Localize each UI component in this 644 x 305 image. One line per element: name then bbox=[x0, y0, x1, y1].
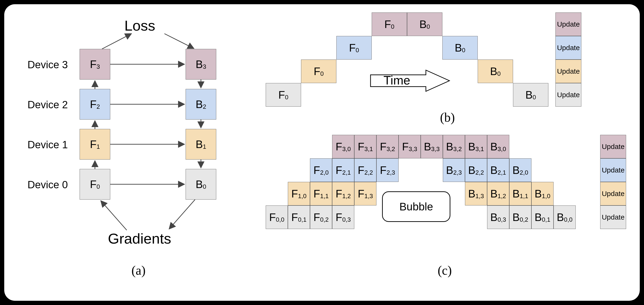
c-F0-3: F0,3 bbox=[332, 205, 354, 229]
b-upd0: Update bbox=[556, 83, 581, 107]
caption-a: (a) bbox=[132, 263, 146, 278]
label-loss: Loss bbox=[124, 17, 155, 34]
c-F3-0: F3,0 bbox=[332, 135, 354, 158]
c-F1-3: F1,3 bbox=[354, 182, 376, 205]
caption-c: (c) bbox=[438, 263, 452, 278]
label-gradients: Gradients bbox=[108, 230, 171, 247]
c-B0-2: B0,2 bbox=[509, 205, 532, 229]
panel-a: Loss Gradients (a) Device 3 Device 2 Dev… bbox=[14, 14, 261, 291]
c-F2-0: F2,0 bbox=[310, 158, 332, 182]
c-F0-1: F0,1 bbox=[288, 205, 310, 229]
box-B0: B0 bbox=[186, 169, 216, 200]
box-F2: F2 bbox=[80, 89, 110, 120]
device-2-label: Device 2 bbox=[21, 99, 68, 111]
b-upd1: Update bbox=[556, 59, 581, 83]
c-B0-3: B0,3 bbox=[487, 205, 509, 229]
box-F1: F1 bbox=[80, 129, 110, 160]
c-upd0: Update bbox=[600, 205, 626, 229]
c-upd1: Update bbox=[600, 182, 626, 205]
c-B3-1: B3,1 bbox=[465, 135, 487, 158]
box-B2: B2 bbox=[186, 89, 216, 120]
b-f0: F0 bbox=[266, 83, 301, 107]
c-B0-0: B0,0 bbox=[554, 205, 576, 229]
box-B3: B3 bbox=[186, 49, 216, 79]
b-b3: B0 bbox=[407, 12, 442, 36]
b-b2: B0 bbox=[442, 36, 478, 59]
c-F0-0: F0,0 bbox=[266, 205, 288, 229]
svg-line-10 bbox=[102, 34, 132, 49]
time-arrow-icon bbox=[369, 69, 452, 95]
arrows-a bbox=[14, 14, 261, 249]
b-upd3: Update bbox=[556, 12, 581, 36]
c-B2-0: B2,0 bbox=[509, 158, 532, 182]
c-F1-1: F1,1 bbox=[310, 182, 332, 205]
device-3-label: Device 3 bbox=[21, 59, 68, 71]
c-F2-2: F2,2 bbox=[354, 158, 376, 182]
b-b0: B0 bbox=[513, 83, 548, 107]
b-f3: F0 bbox=[372, 12, 407, 36]
b-f2: F0 bbox=[336, 36, 372, 59]
bubble-box: Bubble bbox=[382, 191, 450, 222]
c-F2-1: F2,1 bbox=[332, 158, 354, 182]
c-upd3: Update bbox=[600, 135, 626, 158]
c-F0-2: F0,2 bbox=[310, 205, 332, 229]
panel-c: Bubble Update Update Update Update (c) F… bbox=[266, 135, 633, 288]
c-B3-3: B3,3 bbox=[421, 135, 443, 158]
svg-line-11 bbox=[164, 34, 194, 48]
c-B1-3: B1,3 bbox=[465, 182, 487, 205]
c-F1-2: F1,2 bbox=[332, 182, 354, 205]
c-B2-2: B2,2 bbox=[465, 158, 487, 182]
b-b1: B0 bbox=[478, 59, 513, 83]
diagram-canvas: Loss Gradients (a) Device 3 Device 2 Dev… bbox=[4, 4, 640, 301]
c-F3-1: F3,1 bbox=[354, 135, 376, 158]
b-upd2: Update bbox=[556, 36, 581, 59]
c-F3-2: F3,2 bbox=[376, 135, 398, 158]
caption-b: (b) bbox=[440, 110, 455, 125]
b-f1: F0 bbox=[301, 59, 336, 83]
c-B2-1: B2,1 bbox=[487, 158, 509, 182]
svg-line-13 bbox=[169, 200, 195, 229]
panel-b: F0 F0 F0 F0 B0 B0 B0 B0 Update Update Up… bbox=[266, 12, 633, 121]
c-B0-1: B0,1 bbox=[532, 205, 554, 229]
c-F3-3: F3,3 bbox=[398, 135, 421, 158]
c-upd2: Update bbox=[600, 158, 626, 182]
time-label: Time bbox=[384, 73, 410, 87]
box-F3: F3 bbox=[80, 49, 110, 79]
c-B1-0: B1,0 bbox=[532, 182, 554, 205]
svg-line-12 bbox=[101, 201, 127, 230]
c-F2-3: F2,3 bbox=[376, 158, 398, 182]
box-F0: F0 bbox=[80, 169, 110, 200]
c-B3-2: B3,2 bbox=[443, 135, 465, 158]
c-F1-0: F1,0 bbox=[288, 182, 310, 205]
box-B1: B1 bbox=[186, 129, 216, 160]
device-0-label: Device 0 bbox=[21, 179, 68, 191]
c-B2-3: B2,3 bbox=[443, 158, 465, 182]
c-B1-2: B1,2 bbox=[487, 182, 509, 205]
c-B3-0: B3,0 bbox=[487, 135, 509, 158]
c-B1-1: B1,1 bbox=[509, 182, 532, 205]
device-1-label: Device 1 bbox=[21, 139, 68, 151]
